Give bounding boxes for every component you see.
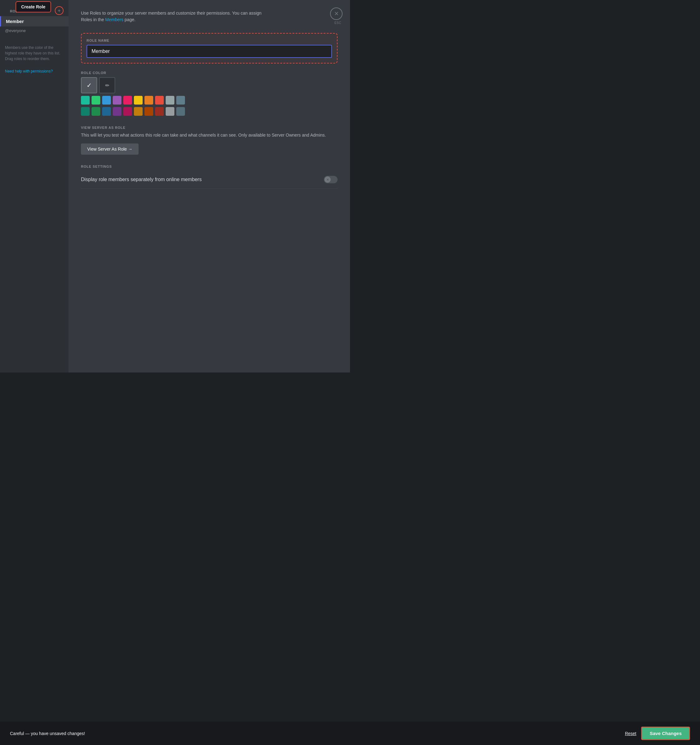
view-server-label: VIEW SERVER AS ROLE bbox=[81, 126, 337, 129]
color-dot-0[interactable] bbox=[81, 96, 90, 105]
view-server-section: VIEW SERVER AS ROLE This will let you te… bbox=[81, 126, 337, 155]
display-separately-toggle[interactable]: ✕ bbox=[324, 176, 337, 183]
color-dot-15[interactable] bbox=[134, 107, 142, 116]
color-grid-row1 bbox=[81, 96, 337, 105]
role-color-label: ROLE COLOR bbox=[81, 71, 337, 75]
color-dot-17[interactable] bbox=[155, 107, 164, 116]
color-dot-1[interactable] bbox=[91, 96, 100, 105]
color-dot-7[interactable] bbox=[155, 96, 164, 105]
pencil-icon: ✏ bbox=[105, 82, 109, 88]
color-dot-6[interactable] bbox=[144, 96, 153, 105]
color-dot-12[interactable] bbox=[102, 107, 111, 116]
role-name-label: ROLE NAME bbox=[87, 39, 332, 42]
esc-label: ESC bbox=[334, 21, 341, 25]
role-name-input-wrapper bbox=[87, 45, 332, 58]
role-settings-label: ROLE SETTINGS bbox=[81, 165, 337, 168]
color-dot-18[interactable] bbox=[166, 107, 174, 116]
toggle-circle: ✕ bbox=[324, 177, 331, 183]
sidebar: Create Role ROLES ＋ Member @everyone Mem… bbox=[0, 0, 69, 372]
color-dot-8[interactable] bbox=[166, 96, 174, 105]
color-dot-19[interactable] bbox=[176, 107, 185, 116]
color-dot-14[interactable] bbox=[123, 107, 132, 116]
color-dot-16[interactable] bbox=[144, 107, 153, 116]
color-dot-13[interactable] bbox=[113, 107, 121, 116]
role-name-input[interactable] bbox=[91, 49, 327, 54]
sidebar-info: Members use the color of the highest rol… bbox=[0, 40, 69, 67]
color-dot-5[interactable] bbox=[134, 96, 142, 105]
sidebar-role-member[interactable]: Member bbox=[0, 16, 69, 27]
role-color-section: ROLE COLOR ✓ ✏ bbox=[81, 71, 337, 116]
display-separately-text: Display role members separately from onl… bbox=[81, 176, 202, 183]
role-settings-section: ROLE SETTINGS Display role members separ… bbox=[81, 165, 337, 188]
color-dot-2[interactable] bbox=[102, 96, 111, 105]
create-role-tooltip: Create Role bbox=[16, 1, 51, 12]
x-icon: ✕ bbox=[326, 178, 329, 181]
color-dot-10[interactable] bbox=[81, 107, 90, 116]
color-grid-row2 bbox=[81, 107, 337, 116]
intro-text: Use Roles to organize your server member… bbox=[81, 10, 262, 23]
add-role-button[interactable]: ＋ bbox=[55, 6, 63, 15]
members-link[interactable]: Members bbox=[105, 17, 123, 22]
view-server-desc: This will let you test what actions this… bbox=[81, 132, 337, 139]
color-swatch-default[interactable]: ✓ bbox=[81, 77, 97, 93]
color-dot-3[interactable] bbox=[113, 96, 121, 105]
color-dot-11[interactable] bbox=[91, 107, 100, 116]
display-separately-row: Display role members separately from onl… bbox=[81, 171, 337, 188]
main-content: ✕ ESC Use Roles to organize your server … bbox=[69, 0, 350, 372]
color-dot-4[interactable] bbox=[123, 96, 132, 105]
color-swatch-custom[interactable]: ✏ bbox=[99, 77, 115, 93]
sidebar-role-everyone[interactable]: @everyone bbox=[0, 27, 69, 35]
checkmark-icon: ✓ bbox=[87, 82, 92, 89]
close-button[interactable]: ✕ bbox=[330, 7, 343, 20]
color-dot-9[interactable] bbox=[176, 96, 185, 105]
color-swatches-top: ✓ ✏ bbox=[81, 77, 337, 93]
help-link[interactable]: Need help with permissions? bbox=[0, 67, 69, 76]
role-name-section: ROLE NAME bbox=[81, 33, 337, 63]
view-server-button[interactable]: View Server As Role → bbox=[81, 144, 139, 155]
